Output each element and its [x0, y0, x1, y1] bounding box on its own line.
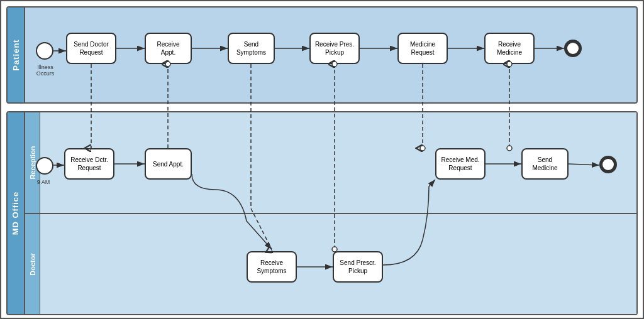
reception-end-event — [599, 156, 617, 173]
send-medicine-box: SendMedicine — [521, 148, 569, 180]
patient-lane-label: Patient — [8, 8, 25, 102]
diagram-container: Patient MD Office Reception Doctor Illne… — [0, 0, 644, 319]
lane-mdoffice: MD Office Reception Doctor — [6, 111, 638, 315]
receive-dctr-request-box: Receive Dctr.Request — [64, 148, 114, 180]
doctor-sublane-label: Doctor — [25, 214, 40, 314]
receive-medicine-box: ReceiveMedicine — [484, 33, 535, 64]
nine-am-label: 9 AM — [31, 179, 56, 185]
send-doctor-request-box: Send DoctorRequest — [66, 33, 116, 64]
patient-end-event — [564, 40, 582, 57]
receive-appt-box: ReceiveAppt. — [145, 33, 192, 64]
send-prescr-pickup-box: Send Prescr.Pickup — [333, 251, 383, 283]
sublane-doctor: Doctor — [25, 214, 636, 314]
receive-symptoms-box: ReceiveSymptoms — [247, 251, 297, 283]
send-symptoms-box: SendSymptoms — [228, 33, 275, 64]
receive-med-request-box: Receive Med.Request — [435, 148, 486, 180]
illness-occurs-label: IllnessOccurs — [26, 64, 64, 77]
reception-start-event — [36, 157, 53, 175]
mdoffice-lane-label: MD Office — [8, 112, 25, 314]
receive-pres-pickup-box: Receive Pres.Pickup — [309, 33, 360, 64]
patient-start-event — [36, 42, 53, 60]
send-appt-box: Send Appt. — [145, 148, 192, 180]
medicine-request-box: MedicineRequest — [397, 33, 448, 64]
